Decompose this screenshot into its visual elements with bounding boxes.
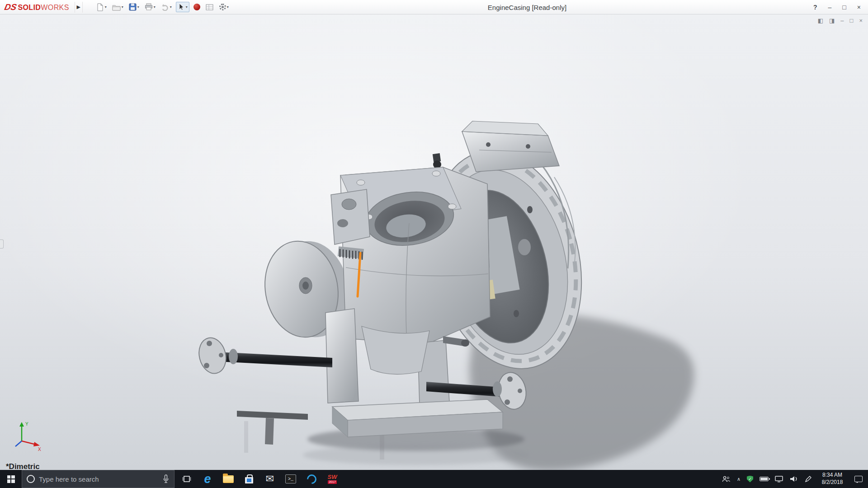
solidworks-logo: DS SOLIDWORKS	[0, 2, 69, 12]
cortana-icon	[27, 475, 35, 483]
brand-solid: SOLID	[18, 4, 41, 11]
defender-button[interactable]: ✓	[747, 476, 753, 483]
windows-taskbar: e ✉ >_ SW 2017	[0, 470, 868, 488]
solidworks-2017-button[interactable]: SW 2017	[322, 470, 343, 488]
sw-year-badge: 2017	[328, 480, 337, 484]
help-button[interactable]: ?	[813, 4, 817, 11]
undo-icon	[161, 4, 169, 11]
volume-button[interactable]	[789, 475, 798, 483]
options-button[interactable]: ▾	[218, 3, 230, 11]
caret-icon[interactable]: ▾	[170, 5, 172, 9]
minimize-button[interactable]: –	[828, 4, 832, 11]
graphics-viewport[interactable]: ◧ ◨ – □ ×	[0, 14, 868, 470]
print-icon	[145, 3, 153, 11]
edrawings-icon	[305, 472, 318, 486]
options-gear-icon	[219, 4, 226, 10]
people-button[interactable]	[722, 476, 731, 482]
window-controls: ? – □ ×	[813, 0, 861, 14]
new-document-icon	[96, 3, 104, 11]
windows-ink-button[interactable]	[805, 475, 812, 483]
action-center-button[interactable]	[853, 476, 863, 482]
show-hidden-icons-button[interactable]: ∧	[737, 476, 741, 482]
quick-access-toolbar: ▾ ▾ ▾ ▾ ▾ ▾	[94, 2, 230, 12]
titlebar: DS SOLIDWORKS ▶ ▾ ▾ ▾ ▾ ▾	[0, 0, 868, 14]
mail-button[interactable]: ✉	[259, 470, 280, 488]
save-button[interactable]: ▾	[127, 2, 141, 12]
axis-y-label: Y	[25, 422, 28, 427]
brand-works: WORKS	[41, 4, 69, 11]
taskbar-search[interactable]	[22, 470, 175, 488]
open-document-button[interactable]: ▾	[111, 3, 125, 12]
system-tray: ∧ ✓	[716, 470, 868, 488]
ds-logo-mark: DS	[4, 2, 18, 12]
select-cursor-icon	[178, 3, 185, 11]
solidworks-window: DS SOLIDWORKS ▶ ▾ ▾ ▾ ▾ ▾	[0, 0, 868, 488]
file-explorer-icon	[223, 475, 234, 483]
close-button[interactable]: ×	[857, 4, 861, 11]
engine-casing-model	[0, 14, 868, 470]
edrawings-button[interactable]	[301, 470, 322, 488]
maximize-button[interactable]: □	[842, 4, 846, 11]
pen-icon	[805, 475, 812, 483]
toolbar-flyout-button[interactable]: ▶	[75, 2, 83, 13]
clock-time: 8:34 AM	[818, 472, 846, 479]
caret-icon[interactable]: ▾	[154, 5, 156, 9]
edge-icon: e	[204, 473, 211, 485]
panel-collapse-handle[interactable]	[0, 239, 4, 249]
store-bag-icon	[245, 477, 253, 483]
search-input[interactable]	[39, 475, 158, 483]
appearance-sphere-icon	[193, 4, 200, 10]
sw-label: SW	[328, 474, 337, 480]
windows-logo-icon	[7, 475, 15, 483]
undo-button[interactable]: ▾	[160, 3, 173, 12]
task-view-icon	[182, 475, 191, 483]
drawing-sheet-icon	[206, 4, 214, 11]
top-cap	[433, 121, 559, 172]
select-tool-button[interactable]: ▾	[176, 2, 189, 12]
command-prompt-button[interactable]: >_	[280, 470, 301, 488]
network-button[interactable]	[775, 476, 783, 483]
mail-envelope-icon: ✉	[266, 474, 274, 484]
taskbar-clock[interactable]: 8:34 AM 8/2/2018	[818, 472, 846, 486]
solidworks-2017-icon: SW 2017	[328, 474, 337, 484]
clock-date: 8/2/2018	[818, 479, 846, 486]
taskbar-apps: e ✉ >_ SW 2017	[176, 470, 343, 488]
command-prompt-icon: >_	[285, 474, 296, 483]
orientation-triad: Y X	[12, 421, 44, 451]
new-document-button[interactable]: ▾	[94, 2, 108, 12]
network-icon	[775, 476, 783, 483]
print-button[interactable]: ▾	[143, 2, 157, 12]
notification-icon	[854, 476, 863, 482]
left-handle-rod	[195, 335, 332, 376]
caret-icon[interactable]: ▾	[105, 5, 107, 9]
task-view-button[interactable]	[176, 470, 197, 488]
caret-icon[interactable]: ▾	[137, 5, 139, 9]
caret-icon[interactable]: ▾	[227, 5, 229, 9]
caret-icon[interactable]: ▾	[186, 5, 188, 9]
store-button[interactable]	[239, 470, 259, 488]
save-floppy-icon	[129, 3, 137, 11]
drawing-sheet-button[interactable]	[204, 3, 215, 12]
edge-browser-button[interactable]: e	[197, 470, 218, 488]
people-icon	[722, 476, 731, 482]
appearance-button[interactable]	[192, 3, 202, 11]
microphone-icon[interactable]	[162, 474, 170, 483]
axis-x-label: X	[38, 447, 41, 451]
file-explorer-button[interactable]	[218, 470, 239, 488]
battery-button[interactable]	[760, 477, 769, 481]
document-title: EngineCasing [Read-only]	[488, 3, 566, 11]
speaker-icon	[789, 475, 798, 483]
start-button[interactable]	[0, 470, 22, 488]
caret-icon[interactable]: ▾	[122, 5, 123, 9]
brand-text: SOLIDWORKS	[18, 4, 69, 12]
defender-shield-icon: ✓	[747, 476, 753, 483]
open-folder-icon	[112, 4, 121, 11]
battery-icon	[760, 477, 769, 481]
